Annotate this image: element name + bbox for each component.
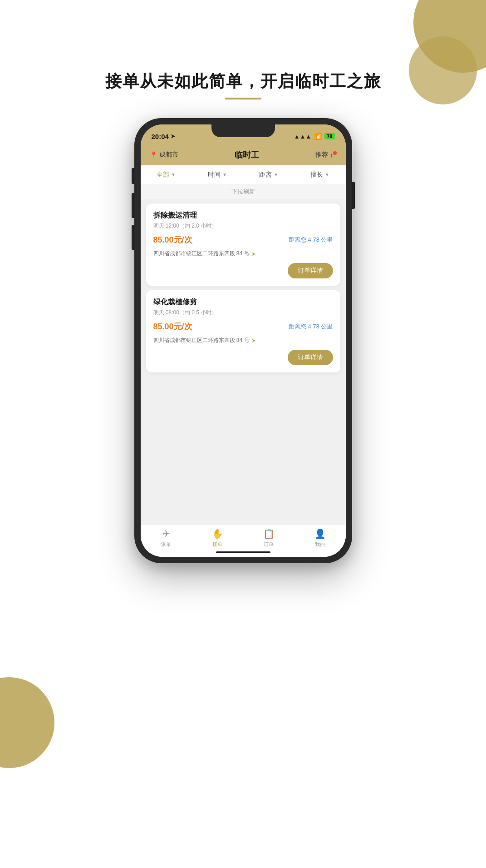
nav-item-profile[interactable]: 👤 我的: [295, 528, 346, 548]
nav-label-orders: 订单: [264, 541, 274, 548]
navigate-icon-1: ➤: [251, 251, 256, 257]
order-icon: 📋: [263, 528, 275, 539]
pull-to-refresh: 下拉刷新: [141, 184, 346, 199]
filter-skill-label: 擅长: [310, 171, 323, 179]
volume-up-button: [132, 193, 134, 218]
wifi-icon: 📶: [314, 133, 322, 140]
location-pin-icon: 📍: [150, 151, 157, 159]
job-list: 拆除搬运清理 明天 12:00（约 2.0 小时） 85.00元/次 距离您 4…: [141, 199, 346, 524]
filter-time-label: 时间: [208, 171, 221, 179]
phone-mockup: 20:04 ➤ ▲▲▲ 📶 78 📍 成都市 临时工 推荐 ↑: [134, 118, 352, 563]
phone-screen: 20:04 ➤ ▲▲▲ 📶 78 📍 成都市 临时工 推荐 ↑: [141, 124, 346, 557]
profile-icon: 👤: [314, 528, 326, 539]
job-time-2: 明天 08:00（约 0.5 小时）: [153, 309, 333, 317]
job-address-2: 四川省成都市锦江区二环路东四段 84 号: [153, 337, 250, 344]
recommend-button[interactable]: 推荐 ↑: [315, 151, 337, 159]
silent-button: [132, 168, 134, 184]
job-address-text-2: 四川省成都市锦江区二环路东四段 84 号 ➤: [153, 337, 256, 344]
job-price-row-2: 85.00元/次 距离您 4.78 公里: [153, 321, 333, 332]
filter-distance[interactable]: 距离 ▼: [243, 171, 295, 179]
city-name: 成都市: [159, 151, 178, 159]
filter-distance-arrow: ▼: [274, 172, 278, 177]
job-card-1: 拆除搬运清理 明天 12:00（约 2.0 小时） 85.00元/次 距离您 4…: [146, 203, 340, 286]
app-header: 📍 成都市 临时工 推荐 ↑: [141, 144, 346, 165]
job-title-1: 拆除搬运清理: [153, 211, 333, 220]
job-address-1: 四川省成都市锦江区二环路东四段 84 号: [153, 250, 250, 258]
job-address-row-1: 四川省成都市锦江区二环路东四段 84 号 ➤: [153, 250, 333, 258]
job-address-row-2: 四川省成都市锦江区二环路东四段 84 号 ➤: [153, 337, 333, 344]
filter-time-arrow: ▼: [222, 172, 227, 177]
home-indicator: [216, 551, 270, 553]
recommend-label: 推荐: [315, 151, 328, 159]
job-card-2: 绿化栽植修剪 明天 08:00（约 0.5 小时） 85.00元/次 距离您 4…: [146, 290, 340, 372]
detail-button-2[interactable]: 订单详情: [288, 350, 333, 365]
filter-skill[interactable]: 擅长 ▼: [295, 171, 346, 179]
filter-time[interactable]: 时间 ▼: [192, 171, 243, 179]
nav-item-receive[interactable]: ✋ 接单: [192, 528, 243, 548]
job-time-1: 明天 12:00（约 2.0 小时）: [153, 222, 333, 230]
filter-bar: 全部 ▼ 时间 ▼ 距离 ▼ 擅长 ▼: [141, 165, 346, 184]
filter-distance-label: 距离: [259, 171, 272, 179]
nav-item-dispatch[interactable]: ✈ 派单: [141, 528, 192, 548]
job-price-2: 85.00元/次: [153, 321, 192, 332]
receive-icon: ✋: [212, 528, 223, 539]
job-price-row-1: 85.00元/次 距离您 4.78 公里: [153, 234, 333, 245]
signal-icon: ▲▲▲: [294, 133, 312, 140]
job-price-1: 85.00元/次: [153, 234, 192, 245]
app-title: 临时工: [235, 149, 259, 160]
job-address-text-1: 四川省成都市锦江区二环路东四段 84 号 ➤: [153, 250, 256, 258]
phone-shell: 20:04 ➤ ▲▲▲ 📶 78 📍 成都市 临时工 推荐 ↑: [134, 118, 352, 563]
phone-notch: [211, 124, 275, 137]
status-time: 20:04 ➤: [152, 133, 175, 140]
nav-item-orders[interactable]: 📋 订单: [243, 528, 295, 548]
page-headline: 接单从未如此简单，开启临时工之旅: [0, 70, 486, 93]
battery-indicator: 78: [324, 133, 334, 139]
job-title-2: 绿化栽植修剪: [153, 298, 333, 307]
filter-skill-arrow: ▼: [325, 172, 329, 177]
volume-down-button: [132, 225, 134, 250]
send-icon: ✈: [162, 528, 170, 539]
nav-label-profile: 我的: [315, 541, 325, 548]
filter-all[interactable]: 全部 ▼: [141, 171, 192, 179]
decoration-circle-bottom-left: [0, 677, 54, 768]
pull-refresh-label: 下拉刷新: [231, 188, 255, 196]
filter-all-label: 全部: [157, 171, 169, 179]
status-icons: ▲▲▲ 📶 78: [294, 133, 335, 140]
navigate-icon-2: ➤: [251, 337, 256, 344]
job-distance-1: 距离您 4.78 公里: [289, 236, 333, 244]
nav-label-dispatch: 派单: [161, 541, 171, 548]
power-button: [352, 182, 355, 209]
clock: 20:04: [152, 133, 169, 140]
location-arrow-icon: ➤: [171, 133, 175, 139]
detail-button-1[interactable]: 订单详情: [288, 263, 333, 278]
headline-divider: [225, 98, 261, 99]
filter-all-arrow: ▼: [171, 172, 176, 177]
notification-dot: [333, 151, 337, 155]
location-selector[interactable]: 📍 成都市: [150, 151, 178, 159]
nav-label-receive: 接单: [212, 541, 222, 548]
job-distance-2: 距离您 4.78 公里: [289, 322, 333, 331]
